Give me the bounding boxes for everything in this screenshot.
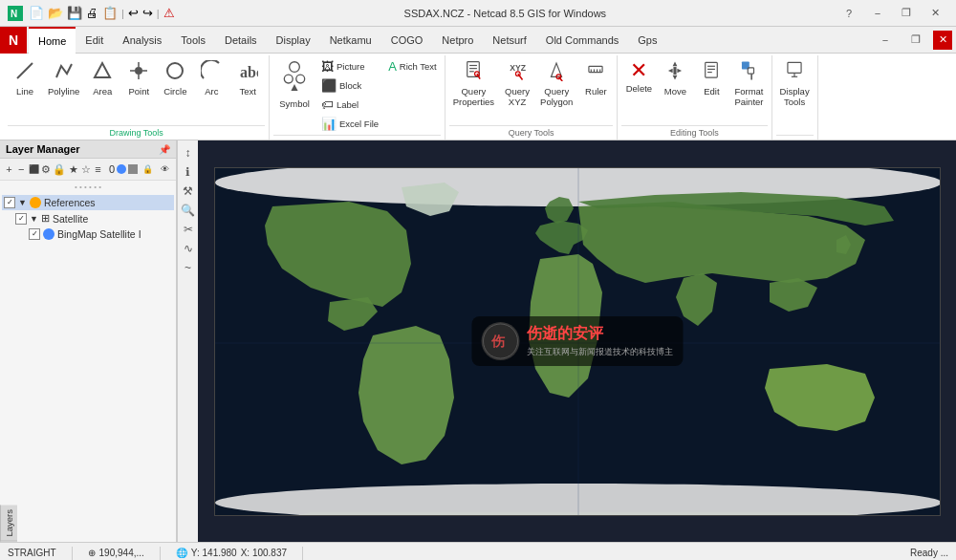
area-icon bbox=[92, 60, 113, 84]
move-button[interactable]: Move bbox=[658, 57, 692, 98]
side-btn-search[interactable]: 🔍 bbox=[180, 202, 197, 219]
menu-display[interactable]: Display bbox=[267, 27, 320, 54]
menu-edit[interactable]: Edit bbox=[76, 27, 113, 54]
side-btn-tools[interactable]: ⚒ bbox=[180, 183, 197, 200]
layer-list[interactable]: ≡ bbox=[93, 162, 103, 177]
layer-expand-satellite[interactable]: ▼ bbox=[30, 214, 38, 224]
svg-marker-30 bbox=[673, 75, 678, 80]
query-xyz-button[interactable]: XYZ Query XYZ bbox=[500, 57, 534, 110]
layer-manager-panel: Layer Manager 📌 + − ⬛ ⚙ 🔒 ★ ☆ ≡ 0 🔒 👁 • … bbox=[0, 140, 177, 542]
svg-marker-32 bbox=[678, 69, 683, 74]
layer-lock[interactable]: 🔒 bbox=[53, 162, 66, 177]
side-btn-wave[interactable]: ~ bbox=[180, 259, 197, 276]
drawing-tools-label: Drawing Tools bbox=[8, 125, 265, 140]
display-tools-button[interactable]: Display Tools bbox=[776, 57, 814, 110]
status-ready: Ready ... bbox=[910, 548, 948, 558]
status-globe-section: 🌐 Y: 141.980 X: 100.837 bbox=[176, 548, 287, 558]
circle-button[interactable]: Circle bbox=[158, 57, 192, 98]
window-title: SSDAX.NCZ - Netcad 8.5 GIS for Windows bbox=[175, 8, 836, 19]
menu-netsurf[interactable]: Netsurf bbox=[483, 27, 535, 54]
point-button[interactable]: Point bbox=[121, 57, 156, 98]
status-snap: STRAIGHT bbox=[8, 548, 56, 558]
layer-checkbox-bingmap[interactable]: ✓ bbox=[29, 228, 40, 240]
side-btn-curve[interactable]: ∿ bbox=[180, 240, 197, 257]
circle-icon bbox=[164, 60, 185, 84]
svg-rect-33 bbox=[674, 67, 677, 75]
polyline-button[interactable]: Polyline bbox=[44, 57, 83, 98]
layer-expand-references[interactable]: ▼ bbox=[18, 198, 27, 207]
map-area[interactable]: 伤 伤逝的安评 关注互联网与新闻报道技术的科技博主 bbox=[198, 140, 956, 542]
menu-netpro[interactable]: Netpro bbox=[432, 27, 483, 54]
menu-netkamu[interactable]: Netkamu bbox=[320, 27, 381, 54]
menu-analysis[interactable]: Analysis bbox=[113, 27, 171, 54]
menu-minimize[interactable]: − bbox=[872, 31, 899, 50]
symbol-group-label bbox=[273, 135, 440, 140]
svg-line-2 bbox=[17, 63, 33, 78]
layer-btn4[interactable]: ⚙ bbox=[41, 162, 52, 177]
symbol-icon bbox=[283, 60, 306, 97]
watermark-text-block: 伤逝的安评 关注互联网与新闻报道技术的科技博主 bbox=[527, 324, 673, 358]
menu-oldcommands[interactable]: Old Commands bbox=[536, 27, 628, 54]
block-icon: ⬛ bbox=[321, 78, 337, 93]
layers-tab-area: Layers bbox=[0, 506, 17, 542]
line-button[interactable]: Line bbox=[8, 57, 42, 98]
format-painter-button[interactable]: Format Painter bbox=[730, 57, 767, 110]
svg-point-9 bbox=[167, 63, 183, 78]
layer-star1[interactable]: ★ bbox=[68, 162, 78, 177]
polyline-icon bbox=[54, 60, 75, 84]
side-btn-arrow[interactable]: ↕ bbox=[180, 144, 197, 162]
svg-point-4 bbox=[135, 67, 142, 75]
label-button[interactable]: 🏷 Label bbox=[317, 96, 382, 114]
ribbon-group-symbol: Symbol 🖼 Picture ⬛ Block 🏷 Label 📊 bbox=[270, 55, 445, 140]
layer-bingmap[interactable]: ✓ BingMap Satellite I bbox=[2, 226, 174, 242]
menu-home[interactable]: Home bbox=[29, 27, 76, 54]
excel-button[interactable]: 📊 Excel File bbox=[317, 115, 382, 133]
menu-restore[interactable]: ❐ bbox=[902, 31, 929, 50]
add-layer-button[interactable]: + bbox=[4, 162, 14, 177]
side-btn-cut[interactable]: ✂ bbox=[180, 221, 197, 238]
remove-layer-button[interactable]: − bbox=[16, 162, 27, 177]
menu-tools[interactable]: Tools bbox=[171, 27, 215, 54]
richtext-button[interactable]: A Rich Text bbox=[384, 57, 441, 75]
ribbon: Line Polyline Area Point bbox=[0, 54, 956, 140]
panel-pin[interactable]: 📌 bbox=[159, 144, 170, 155]
layer-references[interactable]: ✓ ▼ References bbox=[2, 195, 174, 210]
ruler-button[interactable]: Ruler bbox=[578, 57, 613, 98]
menu-details[interactable]: Details bbox=[215, 27, 267, 54]
delete-button[interactable]: ✕ Delete bbox=[621, 57, 656, 96]
status-sep3 bbox=[302, 547, 303, 560]
layers-tab[interactable]: Layers bbox=[0, 506, 17, 542]
layer-checkbox-references[interactable]: ✓ bbox=[4, 197, 15, 208]
svg-marker-29 bbox=[673, 62, 678, 67]
query-properties-button[interactable]: Query Properties bbox=[449, 57, 498, 110]
panel-title: Layer Manager bbox=[6, 143, 80, 155]
status-coords: ⊕ 190,944,... bbox=[88, 548, 144, 558]
symbol-button[interactable]: Symbol bbox=[273, 57, 315, 112]
arc-button[interactable]: Arc bbox=[194, 57, 228, 98]
picture-button[interactable]: 🖼 Picture bbox=[317, 57, 382, 75]
menu-gps[interactable]: Gps bbox=[628, 27, 666, 54]
query-polygon-button[interactable]: Query Polygon bbox=[536, 57, 576, 110]
layer-btn3[interactable]: ⬛ bbox=[29, 162, 39, 177]
edit-button[interactable]: Edit bbox=[694, 57, 728, 98]
area-button[interactable]: Area bbox=[85, 57, 120, 98]
menu-cogo[interactable]: COGO bbox=[381, 27, 433, 54]
move-icon bbox=[664, 60, 685, 84]
help-button[interactable]: ? bbox=[836, 4, 862, 23]
block-button[interactable]: ⬛ Block bbox=[317, 76, 382, 95]
layer-satellite[interactable]: ✓ ▼ ⊞ Satellite bbox=[2, 210, 174, 226]
richtext-icon: A bbox=[388, 59, 397, 74]
status-x-coord: X: 100.837 bbox=[241, 548, 287, 558]
layer-indicators: 🔒 👁 bbox=[117, 162, 172, 177]
minimize-button[interactable]: − bbox=[864, 4, 891, 23]
close-button[interactable]: ✕ bbox=[922, 4, 948, 23]
restore-button[interactable]: ❐ bbox=[893, 4, 920, 23]
layer-checkbox-satellite[interactable]: ✓ bbox=[15, 213, 27, 225]
side-btn-info[interactable]: ℹ bbox=[180, 163, 197, 181]
app-logo[interactable]: N bbox=[0, 27, 27, 54]
menu-close[interactable]: ✕ bbox=[933, 31, 952, 50]
text-button[interactable]: abc Text bbox=[230, 57, 265, 98]
layer-star2[interactable]: ☆ bbox=[80, 162, 91, 177]
watermark-logo: 伤 bbox=[481, 322, 519, 360]
svg-point-11 bbox=[290, 62, 300, 73]
